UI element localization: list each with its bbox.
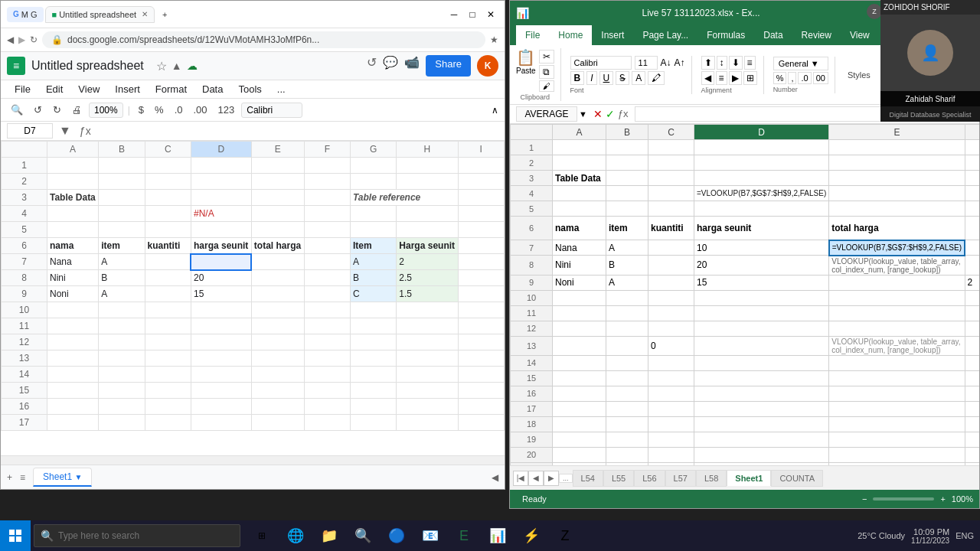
font-select[interactable]: Calibri — [241, 103, 302, 118]
refresh-button[interactable]: ↻ — [30, 34, 38, 45]
name-box-dropdown[interactable]: ▼ — [579, 109, 587, 119]
taskbar-chrome-icon[interactable]: 🔵 — [381, 520, 412, 551]
browser-tab-gs[interactable]: ■ Untitled spreadsheet ✕ — [45, 6, 155, 23]
col-header-i[interactable]: I — [458, 142, 504, 158]
font-name-input[interactable] — [570, 56, 632, 70]
function-wizard-button[interactable]: ƒx — [618, 108, 629, 120]
currency-button[interactable]: $ — [135, 102, 148, 118]
number-format-dropdown[interactable]: General ▼ — [773, 57, 828, 70]
copy-button[interactable]: ⧉ — [539, 65, 554, 79]
gs-tab-close[interactable]: ✕ — [142, 10, 148, 18]
taskbar-search-input[interactable] — [58, 530, 234, 541]
wrap-text[interactable]: ≡ — [744, 56, 756, 70]
percent-format[interactable]: % — [773, 72, 787, 84]
paste-button[interactable]: 📋 Paste — [516, 48, 536, 92]
print-button[interactable]: 🖨 — [68, 102, 86, 118]
print-preview-button[interactable]: 🔍 — [7, 102, 27, 118]
ribbon-tab-review[interactable]: Review — [792, 25, 841, 45]
collapse-sidebar-button[interactable]: ◀ — [492, 472, 498, 483]
xl-sheet-tab-l55[interactable]: L55 — [603, 470, 634, 487]
xl-col-header-a[interactable]: A — [553, 125, 606, 140]
align-left[interactable]: ◀ — [701, 71, 714, 85]
share-button[interactable]: Share — [426, 55, 471, 77]
add-sheet-button[interactable]: + — [7, 472, 12, 483]
zoom-out-btn[interactable]: − — [862, 494, 867, 504]
menu-more[interactable]: ... — [270, 80, 293, 98]
forward-button[interactable]: ▶ — [18, 34, 25, 45]
percent-button[interactable]: % — [151, 102, 168, 118]
sheet-tab-sheet1[interactable]: Sheet1 ▼ — [33, 468, 92, 487]
window-close[interactable]: ✕ — [483, 7, 498, 22]
menu-tools[interactable]: Tools — [230, 80, 269, 98]
url-bar[interactable]: 🔒 docs.google.com/spreadsheets/d/12WuVMo… — [42, 31, 485, 48]
back-button[interactable]: ◀ — [7, 34, 14, 45]
cloud-icon[interactable]: ☁ — [187, 60, 198, 72]
increase-decimal-btn[interactable]: .0 — [798, 72, 811, 84]
formula-expand[interactable]: ▼ — [56, 124, 74, 138]
format-painter-button[interactable]: 🖌 — [539, 80, 554, 92]
number-format[interactable]: 123 — [214, 102, 239, 118]
font-size-input[interactable] — [635, 56, 658, 70]
xl-sheet-tab-sheet1[interactable]: Sheet1 — [727, 470, 771, 486]
xl-col-header-c[interactable]: C — [648, 125, 694, 140]
col-header-h[interactable]: H — [397, 142, 458, 158]
ribbon-tab-insert[interactable]: Insert — [592, 25, 633, 45]
formula-input[interactable] — [96, 124, 498, 139]
xl-sheet-tab-counta[interactable]: COUNTA — [771, 470, 823, 487]
start-button[interactable] — [0, 520, 31, 551]
cell-reference-input[interactable] — [7, 123, 53, 139]
bold-button[interactable]: B — [570, 71, 585, 85]
history-button[interactable]: ↺ — [367, 55, 377, 77]
merge-cells[interactable]: ⊞ — [743, 71, 757, 85]
sheet-menu-button[interactable]: ≡ — [20, 472, 25, 483]
xl-sheet-tab-l54[interactable]: L54 — [573, 470, 603, 487]
menu-file[interactable]: File — [7, 80, 38, 98]
sheet-nav-next[interactable]: ▶ — [544, 471, 559, 486]
highlight-button[interactable]: 🖍 — [648, 71, 665, 85]
star-button[interactable]: ☆ — [156, 59, 167, 73]
collapse-button[interactable]: ∧ — [492, 105, 498, 116]
window-maximize[interactable]: □ — [465, 7, 480, 22]
xl-col-header-f[interactable]: F — [965, 125, 979, 140]
align-middle[interactable]: ↕ — [717, 56, 727, 70]
zoom-in-btn[interactable]: + — [940, 494, 945, 504]
browser-tab-new[interactable]: + — [156, 7, 173, 22]
menu-edit[interactable]: Edit — [38, 80, 70, 98]
horizontal-scrollbar[interactable] — [1, 455, 505, 465]
ribbon-tab-data[interactable]: Data — [754, 25, 792, 45]
menu-format[interactable]: Format — [148, 80, 194, 98]
col-header-d[interactable]: D — [191, 142, 251, 158]
taskbar-excel-icon[interactable]: E — [449, 520, 479, 551]
window-minimize[interactable]: ─ — [446, 7, 462, 22]
taskbar-zoom-icon[interactable]: Z — [550, 520, 580, 551]
xl-col-header-b[interactable]: B — [606, 125, 648, 140]
grid-container[interactable]: A B C D E F G H I 1 2 3 Table Data — [1, 141, 505, 455]
xl-sheet-tab-l58[interactable]: L58 — [696, 470, 727, 487]
comment-button[interactable]: 💬 — [383, 55, 398, 77]
ribbon-tab-file[interactable]: File — [516, 25, 549, 45]
increase-decimal[interactable]: .00 — [189, 102, 211, 118]
taskbar-edge-icon[interactable]: 🌐 — [280, 520, 311, 551]
name-box-input[interactable] — [516, 106, 577, 122]
col-header-b[interactable]: B — [99, 142, 145, 158]
taskbar-explorer-icon[interactable]: 📁 — [314, 520, 345, 551]
xl-grid-container[interactable]: A B C D E F G H I 1 2 3 Table Data — [510, 124, 979, 465]
decrease-font[interactable]: A↓ — [661, 57, 671, 68]
taskbar-email-icon[interactable]: 📧 — [415, 520, 446, 551]
formula-icon[interactable]: ƒx — [77, 125, 93, 137]
zoom-slider[interactable] — [873, 497, 934, 500]
taskbar-powerpoint-icon[interactable]: 📊 — [482, 520, 513, 551]
comma-format[interactable]: , — [788, 72, 796, 84]
taskbar-search-box[interactable]: 🔍 — [34, 524, 240, 547]
sheet-nav-prev[interactable]: ◀ — [528, 471, 544, 486]
col-header-f[interactable]: F — [304, 142, 350, 158]
col-header-e[interactable]: E — [251, 142, 304, 158]
font-color-button[interactable]: A — [632, 71, 645, 85]
xl-sheet-tab-l57[interactable]: L57 — [665, 470, 696, 487]
drive-icon[interactable]: ▲ — [172, 60, 182, 72]
ribbon-tab-home[interactable]: Home — [549, 25, 592, 45]
redo-button[interactable]: ↻ — [49, 102, 65, 118]
underline-button[interactable]: U — [599, 71, 614, 85]
menu-data[interactable]: Data — [194, 80, 230, 98]
italic-button[interactable]: I — [586, 71, 596, 85]
